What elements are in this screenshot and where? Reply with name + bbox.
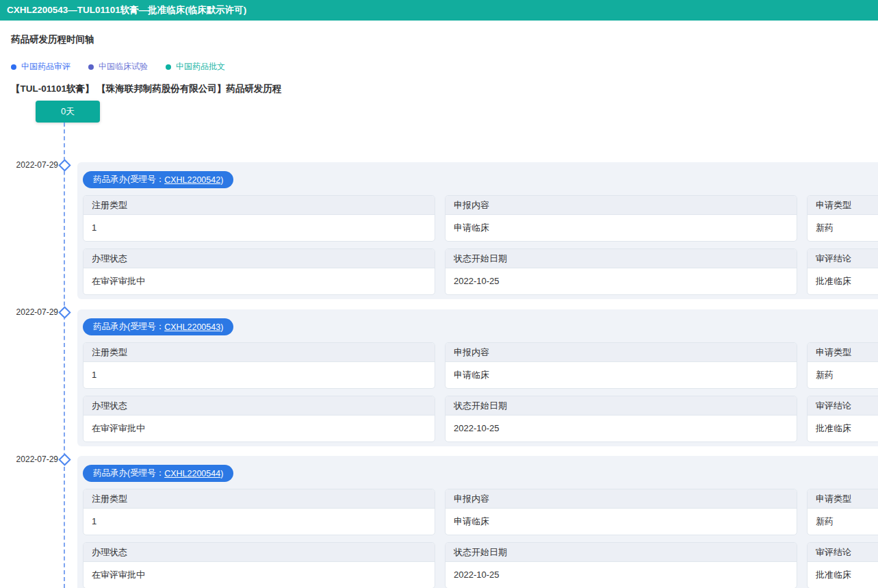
field-declared-content: 申报内容 申请临床 xyxy=(445,342,797,389)
event-card: 药品承办(受理号：CXHL2200543) 注册类型 1 申报内容 申请临床 申… xyxy=(77,309,878,446)
field-value: 批准临床 xyxy=(808,416,878,442)
field-value: 在审评审批中 xyxy=(83,268,435,294)
legend: 中国药品审评 中国临床试验 中国药品批文 xyxy=(11,61,225,73)
field-declared-content: 申报内容 申请临床 xyxy=(445,195,797,242)
field-value: 申请临床 xyxy=(446,509,797,535)
field-label: 审评结论 xyxy=(808,249,878,268)
field-application-type: 申请类型 新药 xyxy=(807,489,878,535)
field-registration-type: 注册类型 1 xyxy=(83,342,435,389)
field-grid: 注册类型 1 申报内容 申请临床 申请类型 新药 办理状态 在审评审批中 状态开… xyxy=(83,489,878,588)
field-value: 在审评审批中 xyxy=(83,416,435,442)
field-value: 新药 xyxy=(808,215,878,241)
field-value: 1 xyxy=(83,215,435,241)
field-label: 申请类型 xyxy=(808,196,878,215)
field-value: 2022-10-25 xyxy=(446,268,797,294)
timeline-diamond-marker xyxy=(58,306,70,318)
field-application-type: 申请类型 新药 xyxy=(807,195,878,242)
field-registration-type: 注册类型 1 xyxy=(83,489,435,535)
field-value: 2022-10-25 xyxy=(446,416,797,442)
field-label: 申报内容 xyxy=(446,343,797,362)
field-status-start-date: 状态开始日期 2022-10-25 xyxy=(445,248,797,295)
field-value: 新药 xyxy=(808,362,878,388)
legend-dot-icon xyxy=(11,64,16,70)
tag-prefix: 药品承办(受理号： xyxy=(93,468,164,479)
field-label: 申请类型 xyxy=(808,489,878,509)
field-handling-status: 办理状态 在审评审批中 xyxy=(83,542,435,588)
tag-suffix: ) xyxy=(220,175,223,185)
field-value: 新药 xyxy=(808,509,878,535)
window-title-bar: CXHL2200543—TUL01101软膏—批准临床(临床默示许可) xyxy=(0,0,878,21)
legend-item-label: 中国药品批文 xyxy=(176,61,225,73)
field-grid: 注册类型 1 申报内容 申请临床 申请类型 新药 办理状态 在审评审批中 状态开… xyxy=(83,342,878,442)
field-label: 审评结论 xyxy=(808,396,878,416)
timeline-diamond-marker xyxy=(58,159,70,171)
field-value: 申请临床 xyxy=(446,215,797,241)
legend-dot-icon xyxy=(166,64,171,70)
field-label: 状态开始日期 xyxy=(446,249,797,268)
field-label: 办理状态 xyxy=(83,543,435,562)
field-review-conclusion: 审评结论 批准临床 xyxy=(807,396,878,442)
field-label: 申请类型 xyxy=(808,343,878,362)
field-label: 注册类型 xyxy=(83,489,435,509)
field-status-start-date: 状态开始日期 2022-10-25 xyxy=(445,542,797,588)
acceptance-number-tag[interactable]: 药品承办(受理号：CXHL2200542) xyxy=(83,171,233,188)
legend-item[interactable]: 中国药品审评 xyxy=(11,61,70,73)
legend-item-label: 中国临床试验 xyxy=(99,61,148,73)
field-label: 申报内容 xyxy=(446,196,797,215)
field-label: 审评结论 xyxy=(808,543,878,562)
timeline-axis xyxy=(64,123,65,588)
event-date: 2022-07-29 xyxy=(0,160,58,170)
field-value: 1 xyxy=(83,362,435,388)
event-date: 2022-07-29 xyxy=(0,307,58,317)
page-title: CXHL2200543—TUL01101软膏—批准临床(临床默示许可) xyxy=(7,5,246,15)
field-review-conclusion: 审评结论 批准临床 xyxy=(807,248,878,295)
field-handling-status: 办理状态 在审评审批中 xyxy=(83,248,435,295)
tag-prefix: 药品承办(受理号： xyxy=(93,321,164,333)
duration-badge: 0天 xyxy=(36,101,100,123)
field-label: 状态开始日期 xyxy=(446,543,797,562)
timeline-diamond-marker xyxy=(58,453,70,465)
tag-prefix: 药品承办(受理号： xyxy=(93,174,164,186)
tag-suffix: ) xyxy=(220,322,223,332)
field-value: 批准临床 xyxy=(808,562,878,588)
legend-dot-icon xyxy=(88,64,94,70)
acceptance-number-link[interactable]: CXHL2200544 xyxy=(164,469,220,478)
field-label: 注册类型 xyxy=(83,343,435,362)
legend-item[interactable]: 中国临床试验 xyxy=(88,61,148,73)
field-label: 办理状态 xyxy=(83,396,435,416)
section-title: 药品研发历程时间轴 xyxy=(11,34,94,46)
field-application-type: 申请类型 新药 xyxy=(807,342,878,389)
acceptance-number-tag[interactable]: 药品承办(受理号：CXHL2200544) xyxy=(83,465,233,482)
drug-history-heading: 【TUL-01101软膏】 【珠海联邦制药股份有限公司】药品研发历程 xyxy=(11,83,281,95)
acceptance-number-link[interactable]: CXHL2200542 xyxy=(164,175,220,185)
field-value: 在审评审批中 xyxy=(83,562,435,588)
field-value: 批准临床 xyxy=(808,268,878,294)
field-status-start-date: 状态开始日期 2022-10-25 xyxy=(445,396,797,442)
event-card: 药品承办(受理号：CXHL2200542) 注册类型 1 申报内容 申请临床 申… xyxy=(77,162,878,299)
event-card: 药品承办(受理号：CXHL2200544) 注册类型 1 申报内容 申请临床 申… xyxy=(77,456,878,588)
field-value: 2022-10-25 xyxy=(446,562,797,588)
field-value: 1 xyxy=(83,509,435,535)
field-label: 办理状态 xyxy=(83,249,435,268)
event-date: 2022-07-29 xyxy=(0,455,58,464)
field-review-conclusion: 审评结论 批准临床 xyxy=(807,542,878,588)
acceptance-number-tag[interactable]: 药品承办(受理号：CXHL2200543) xyxy=(83,318,233,335)
field-declared-content: 申报内容 申请临床 xyxy=(445,489,797,535)
field-registration-type: 注册类型 1 xyxy=(83,195,435,242)
legend-item[interactable]: 中国药品批文 xyxy=(166,61,225,73)
field-label: 申报内容 xyxy=(446,489,797,509)
field-handling-status: 办理状态 在审评审批中 xyxy=(83,396,435,442)
field-label: 状态开始日期 xyxy=(446,396,797,416)
field-grid: 注册类型 1 申报内容 申请临床 申请类型 新药 办理状态 在审评审批中 状态开… xyxy=(83,195,878,295)
legend-item-label: 中国药品审评 xyxy=(21,61,70,73)
acceptance-number-link[interactable]: CXHL2200543 xyxy=(164,322,220,332)
field-label: 注册类型 xyxy=(83,196,435,215)
tag-suffix: ) xyxy=(220,469,223,478)
field-value: 申请临床 xyxy=(446,362,797,388)
